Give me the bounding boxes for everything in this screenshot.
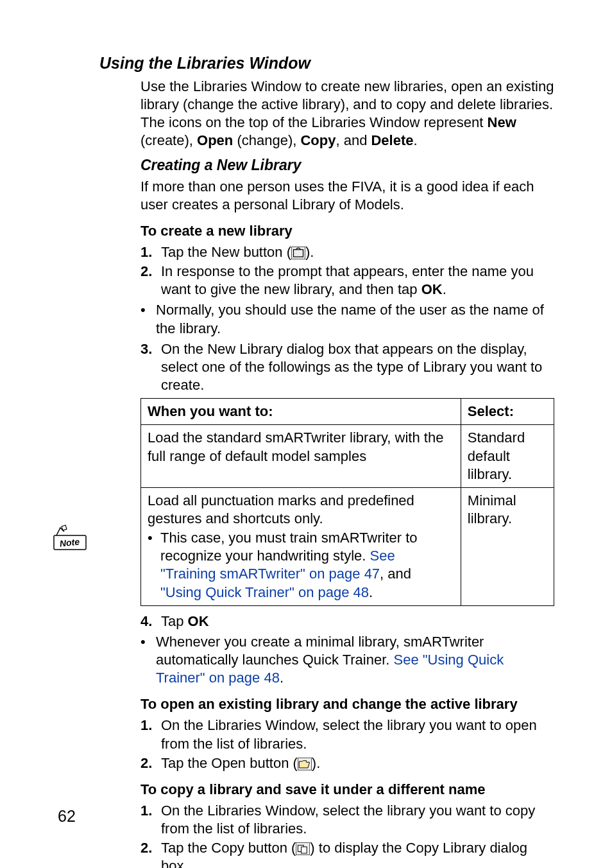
table-row: Load the standard smARTwriter library, w… (141, 425, 554, 487)
cell-minimal-select: Minimal lilbrary. (461, 487, 554, 605)
paragraph-fiva: If more than one person uses the FIVA, i… (140, 178, 554, 214)
copy-steps: 1. On the Libraries Window, select the l… (140, 802, 554, 868)
step-4: 4. Tap OK (140, 612, 554, 630)
step-text: In response to the prompt that appears, … (161, 263, 554, 299)
cell-minimal-desc: Load all punctuation marks and predefine… (141, 487, 461, 605)
intro-bold-new: New (488, 114, 516, 130)
intro-text-c: (change), (233, 132, 300, 148)
step-2: 2. In response to the prompt that appear… (140, 263, 554, 299)
new-icon (291, 247, 305, 259)
heading-to-open: To open an existing library and change t… (140, 696, 554, 713)
bullet-quick-trainer: Whenever you create a minimal library, s… (140, 633, 554, 687)
svg-text:Note: Note (59, 536, 80, 548)
step1-text-a: Tap the New button ( (161, 244, 291, 260)
cell-minimal-line1: Load all punctuation marks and predefine… (148, 492, 454, 528)
step2-text-c: . (443, 281, 446, 297)
create-step-4: 4. Tap OK (140, 612, 554, 630)
cell-standard-select: Standard default lilbrary. (461, 425, 554, 487)
section-body: Use the Libraries Window to create new l… (140, 78, 554, 868)
svg-rect-0 (294, 250, 303, 257)
open-steps: 1. On the Libraries Window, select the l… (140, 716, 554, 772)
table-header-select: Select: (461, 399, 554, 425)
step-number: 1. (140, 802, 155, 838)
copy-icon (296, 842, 310, 855)
step-text: Tap OK (161, 612, 554, 630)
open-icon (298, 758, 312, 770)
table-header-row: When you want to: Select: (141, 399, 554, 425)
create-steps-1-2: 1. Tap the New button (). 2. In response… (140, 243, 554, 299)
step2-ok: OK (421, 281, 443, 297)
step-text: Tap the Copy button () to display the Co… (161, 839, 554, 868)
step-text: Tap the New button (). (161, 243, 554, 261)
cell-minimal-bullet-text: This case, you must train smARTwriter to… (160, 529, 454, 602)
bullet-list-1: Normally, you should use the name of the… (140, 301, 554, 337)
svg-rect-2 (302, 847, 307, 853)
step-3: 3. On the New Library dialog box that ap… (140, 340, 554, 394)
intro-paragraph: Use the Libraries Window to create new l… (140, 78, 554, 150)
step-number: 4. (140, 612, 155, 630)
cell-minimal-bullet: This case, you must train smARTwriter to… (148, 529, 454, 602)
copy-step2-a: Tap the Copy button ( (161, 840, 296, 856)
step-number: 1. (140, 243, 155, 261)
step-number: 2. (140, 754, 155, 772)
step4-ok: OK (188, 613, 209, 629)
step-number: 2. (140, 263, 155, 299)
content-block: Using the Libraries Window Use the Libra… (99, 54, 554, 868)
step-text: On the New Library dialog box that appea… (161, 340, 554, 394)
step4-text-a: Tap (161, 613, 188, 629)
intro-bold-copy: Copy (300, 132, 336, 148)
bullet-text: Whenever you create a minimal library, s… (156, 633, 554, 687)
step1-text-b: ). (305, 244, 314, 260)
table-header-when: When you want to: (141, 399, 461, 425)
intro-text-e: . (414, 132, 418, 148)
open-step-2: 2. Tap the Open button (). (140, 754, 554, 772)
library-type-table: When you want to: Select: Load the stand… (140, 398, 554, 606)
page-number: 62 (58, 807, 76, 826)
cell-standard-desc: Load the standard smARTwriter library, w… (141, 425, 461, 487)
link-quick-trainer-48a[interactable]: "Using Quick Trainer" on page 48 (160, 584, 369, 600)
bullet-name-of-user: Normally, you should use the name of the… (140, 301, 554, 337)
bullet2-b: . (280, 670, 284, 686)
intro-bold-delete: Delete (371, 132, 413, 148)
step-number: 3. (140, 340, 155, 394)
note-icon: Note (51, 524, 92, 553)
heading-to-create: To create a new library (140, 223, 554, 239)
step2-text-a: In response to the prompt that appears, … (161, 263, 534, 297)
open-step-1: 1. On the Libraries Window, select the l… (140, 716, 554, 752)
copy-step-2: 2. Tap the Copy button () to display the… (140, 839, 554, 868)
intro-bold-open: Open (197, 132, 233, 148)
bullet-list-2: Whenever you create a minimal library, s… (140, 633, 554, 687)
open-step2-a: Tap the Open button ( (161, 755, 298, 771)
minimal-mid: , and (380, 566, 411, 582)
bullet-text: Normally, you should use the name of the… (156, 301, 554, 337)
step-text: Tap the Open button (). (161, 754, 554, 772)
heading-creating-new-library: Creating a New Library (140, 157, 554, 174)
step-1: 1. Tap the New button (). (140, 243, 554, 261)
copy-step-1: 1. On the Libraries Window, select the l… (140, 802, 554, 838)
intro-text-d: , and (336, 132, 371, 148)
step-number: 1. (140, 716, 155, 752)
create-step-3: 3. On the New Library dialog box that ap… (140, 340, 554, 394)
step-text: On the Libraries Window, select the libr… (161, 716, 554, 752)
step-text: On the Libraries Window, select the libr… (161, 802, 554, 838)
heading-using-libraries: Using the Libraries Window (99, 54, 554, 73)
heading-to-copy: To copy a library and save it under a di… (140, 781, 554, 798)
minimal-end: . (369, 584, 373, 600)
intro-text-b: (create), (140, 132, 197, 148)
open-step2-b: ). (312, 755, 320, 771)
page: Using the Libraries Window Use the Libra… (0, 0, 612, 868)
table-row: Load all punctuation marks and predefine… (141, 487, 554, 605)
step-number: 2. (140, 839, 155, 868)
